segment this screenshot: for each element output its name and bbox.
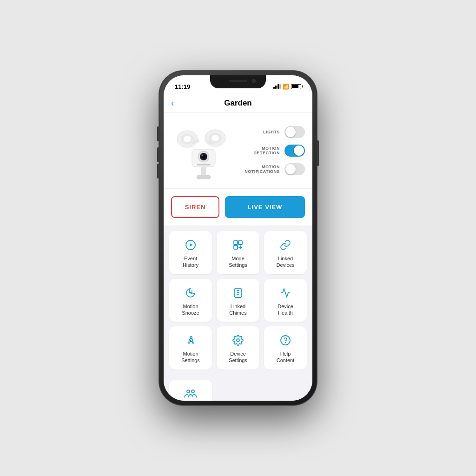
notch-camera [252,79,256,83]
motion-detection-label: MOTION DETECTION [253,146,280,155]
bottom-extra [164,380,312,401]
grid-row-2: MotionSnooze LinkedChimes [169,279,307,322]
nav-bar: ‹ Garden [164,94,312,113]
svg-point-12 [202,155,203,156]
grid-cell-linked-chimes[interactable]: LinkedChimes [217,279,259,322]
event-history-icon [184,238,197,251]
svg-point-5 [212,135,219,141]
grid-cell-device-settings[interactable]: DeviceSettings [217,326,259,370]
svg-rect-20 [234,245,238,249]
svg-point-33 [192,390,194,393]
motion-notifications-row: MOTION NOTIFICATIONS [242,163,305,175]
page-title: Garden [224,99,252,108]
grid-cell-motion-settings[interactable]: MotionSettings [169,326,212,370]
grid-row-3: MotionSettings DeviceSettings [169,326,307,370]
help-content-label: HelpContent [277,350,295,364]
phone-outer: 11:19 📶 ‹ Garden [159,71,317,405]
svg-point-32 [187,390,190,393]
device-health-label: DeviceHealth [278,303,293,317]
back-button[interactable]: ‹ [171,99,174,108]
mode-settings-label: ModeSettings [229,255,247,269]
linked-chimes-label: LinkedChimes [229,303,246,317]
svg-point-29 [237,339,239,342]
grid-cell-event-history[interactable]: EventHistory [169,231,212,274]
motion-notifications-thumb [285,164,296,174]
svg-point-2 [184,136,191,142]
motion-snooze-label: MotionSnooze [182,303,199,317]
grid-cell-help-content[interactable]: HelpContent [264,326,307,370]
help-content-icon [279,334,292,347]
status-icons: 📶 [273,84,302,90]
grid-cell-shared-users[interactable] [169,380,212,401]
motion-detection-thumb [294,145,304,156]
linked-devices-label: LinkedDevices [276,255,294,269]
lights-toggle-thumb [285,127,296,137]
action-buttons: SIREN LIVE VIEW [164,188,312,225]
device-health-icon [279,286,292,299]
event-history-label: EventHistory [183,255,198,269]
grid-row-1: EventHistory ModeSettings [169,231,307,274]
lights-toggle[interactable] [284,126,305,138]
device-settings-icon [231,334,245,347]
svg-rect-15 [197,175,211,179]
device-controls: LIGHTS MOTION DETECTION MOTI [242,126,305,175]
svg-rect-24 [235,288,241,298]
screen-content[interactable]: ‹ Garden [164,94,312,401]
battery-fill [292,85,298,88]
notch-speaker [229,80,247,82]
signal-bars [273,84,281,89]
device-settings-label: DeviceSettings [229,350,247,364]
mode-settings-icon [231,238,245,251]
notch [210,75,266,88]
svg-rect-13 [197,164,211,165]
signal-bar-1 [273,87,275,89]
device-image [171,120,236,181]
motion-notifications-toggle[interactable] [284,163,305,175]
svg-marker-17 [190,243,192,247]
grid-cell-linked-devices[interactable]: LinkedDevices [264,231,307,274]
grid-section: EventHistory ModeSettings [164,225,312,380]
motion-settings-label: MotionSettings [181,350,200,364]
svg-rect-19 [238,241,242,245]
signal-bar-4 [279,84,281,89]
device-section: LIGHTS MOTION DETECTION MOTI [164,113,312,188]
svg-rect-18 [234,241,238,245]
signal-bar-3 [278,84,279,89]
motion-settings-icon [184,334,197,347]
linked-chimes-icon [231,286,245,299]
signal-bar-2 [275,86,277,89]
grid-cell-mode-settings[interactable]: ModeSettings [217,231,259,274]
motion-detection-toggle[interactable] [284,145,305,157]
lights-control-row: LIGHTS [242,126,305,138]
status-time: 11:19 [175,83,190,90]
linked-devices-icon [279,238,292,251]
motion-snooze-icon [184,286,197,299]
lights-label: LIGHTS [263,130,280,134]
grid-cell-motion-snooze[interactable]: MotionSnooze [169,279,212,322]
live-view-button[interactable]: LIVE VIEW [225,196,305,218]
siren-button[interactable]: SIREN [171,196,219,218]
motion-notifications-label: MOTION NOTIFICATIONS [245,165,280,174]
phone-inner: 11:19 📶 ‹ Garden [164,75,312,401]
svg-point-30 [281,336,290,345]
shared-users-icon [184,387,197,400]
wifi-icon: 📶 [283,84,289,90]
battery-icon [291,84,301,89]
svg-rect-14 [201,167,206,176]
motion-detection-row: MOTION DETECTION [242,145,305,157]
svg-point-28 [190,337,192,338]
camera-svg [171,120,236,181]
grid-cell-device-health[interactable]: DeviceHealth [264,279,307,322]
